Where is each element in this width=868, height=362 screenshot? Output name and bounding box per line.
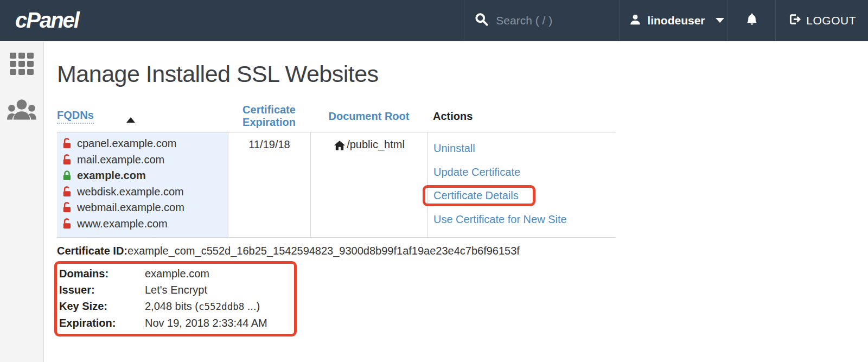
domain-label: mail.example.com — [77, 154, 164, 166]
issuer-value: Let's Encrypt — [145, 282, 207, 298]
user-manager-icon[interactable] — [7, 98, 36, 122]
certificate-id-line: Certificate ID:example_com_c552d_16b25_1… — [57, 245, 868, 257]
search-box[interactable] — [464, 0, 619, 41]
domain-label: example.com — [77, 169, 146, 182]
unlocked-icon — [61, 138, 73, 149]
action-item: Use Certificate for New Site — [433, 208, 616, 232]
user-menu[interactable]: linodeuser — [619, 0, 727, 41]
uninstall-link[interactable]: Uninstall — [433, 142, 475, 155]
key-size-value: 2,048 bits (c552ddb8 ...) — [145, 298, 260, 315]
certificate-details-link[interactable]: Certificate Details — [433, 189, 519, 201]
top-navbar: cPanel linodeuser — [0, 0, 868, 41]
unlocked-icon — [61, 154, 73, 166]
locked-icon — [61, 170, 73, 181]
annotation-box: Certificate Details — [423, 185, 535, 206]
key-fingerprint: c552ddb8 — [199, 301, 244, 312]
column-header-document-root[interactable]: Document Root — [310, 110, 427, 123]
user-icon — [629, 13, 641, 28]
certificate-details-section: Certificate ID:example_com_c552d_16b25_1… — [57, 245, 868, 336]
domains-label: Domains: — [59, 265, 145, 282]
certificate-expiration-cell: 11/19/18 — [228, 132, 310, 237]
key-size-label: Key Size: — [59, 298, 145, 315]
fqdns-cell: cpanel.example.com mail.example.com exam… — [57, 132, 228, 237]
domains-value: example.com — [145, 265, 209, 282]
unlocked-icon — [61, 218, 73, 230]
column-header-fqdns: FQDNs — [57, 109, 228, 124]
annotation-box: Domains: example.com Issuer: Let's Encry… — [54, 261, 297, 336]
domain-label: webdisk.example.com — [77, 186, 184, 198]
navbar-right: linodeuser LOGOUT — [464, 0, 868, 41]
notifications-button[interactable] — [727, 0, 775, 41]
apps-grid-icon[interactable] — [9, 50, 35, 79]
username-label: linodeuser — [647, 14, 705, 27]
detail-row-issuer: Issuer: Let's Encrypt — [59, 282, 290, 298]
detail-row-expiration: Expiration: Nov 19, 2018 2:33:44 AM — [59, 315, 290, 331]
unlocked-icon — [61, 202, 73, 213]
search-icon — [474, 12, 489, 29]
document-root-path: /public_html — [347, 138, 405, 151]
logout-button[interactable]: LOGOUT — [775, 0, 868, 41]
use-certificate-new-site-link[interactable]: Use Certificate for New Site — [433, 213, 567, 226]
bell-icon — [745, 12, 759, 29]
action-item: Update Certificate — [433, 161, 616, 185]
unlocked-icon — [61, 186, 73, 198]
certificate-id-label: Certificate ID: — [57, 245, 127, 257]
fqdns-sort-link[interactable]: FQDNs — [57, 109, 94, 124]
domain-label: webmail.example.com — [77, 201, 184, 214]
table-row: cpanel.example.com mail.example.com exam… — [57, 132, 616, 238]
domain-item: webmail.example.com — [61, 200, 224, 216]
left-sidebar — [0, 42, 44, 362]
detail-row-key-size: Key Size: 2,048 bits (c552ddb8 ...) — [59, 298, 290, 315]
search-input[interactable] — [496, 14, 609, 27]
logout-label: LOGOUT — [806, 14, 856, 27]
sort-ascending-icon — [126, 117, 135, 123]
document-root-cell: /public_html — [310, 132, 427, 237]
domain-item: www.example.com — [61, 216, 224, 232]
expiration-value: Nov 19, 2018 2:33:44 AM — [145, 315, 267, 331]
issuer-label: Issuer: — [59, 282, 145, 298]
domain-label: www.example.com — [77, 218, 168, 230]
domain-item: mail.example.com — [61, 152, 224, 168]
expiration-label: Expiration: — [59, 315, 145, 331]
action-item: Uninstall — [433, 137, 616, 161]
main-content: Manage Installed SSL Websites FQDNs Cert… — [44, 41, 868, 336]
chevron-down-icon — [716, 18, 724, 23]
column-header-certificate-expiration[interactable]: Certificate Expiration — [228, 104, 310, 129]
actions-cell: Uninstall Update Certificate Certificate… — [427, 132, 616, 237]
page-title: Manage Installed SSL Websites — [57, 61, 868, 87]
domain-item: cpanel.example.com — [61, 136, 224, 152]
detail-row-domains: Domains: example.com — [59, 265, 290, 282]
column-header-actions: Actions — [427, 110, 616, 123]
domain-item: example.com — [61, 168, 224, 184]
table-header-row: FQDNs Certificate Expiration Document Ro… — [57, 104, 616, 132]
ssl-websites-table: FQDNs Certificate Expiration Document Ro… — [57, 104, 616, 238]
certificate-id-value: example_com_c552d_16b25_1542594823_9300d… — [127, 245, 520, 257]
update-certificate-link[interactable]: Update Certificate — [433, 166, 520, 179]
cpanel-logo: cPanel — [15, 0, 79, 41]
action-item: Certificate Details — [433, 184, 616, 208]
home-icon — [334, 138, 346, 154]
domain-item: webdisk.example.com — [61, 184, 224, 200]
domain-label: cpanel.example.com — [77, 137, 176, 150]
logout-icon — [788, 12, 801, 28]
